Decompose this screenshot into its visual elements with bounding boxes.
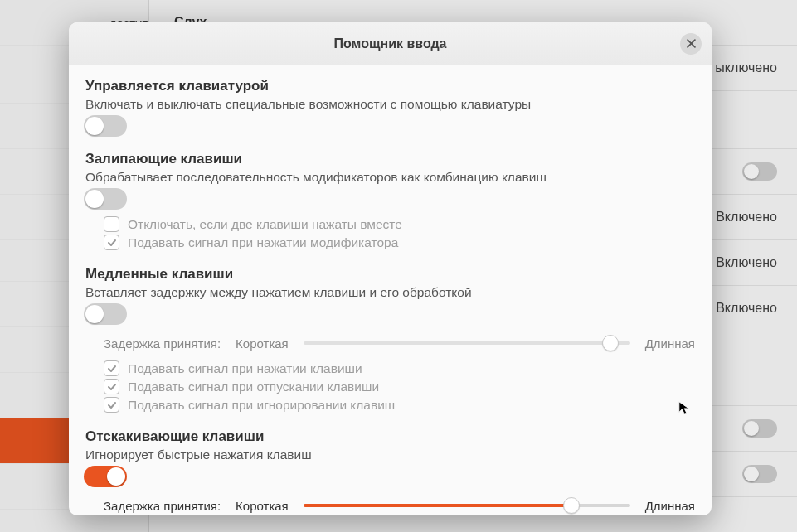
dialog-titlebar: Помощник ввода xyxy=(69,22,712,65)
checkbox-label: Подавать сигнал при нажатии модификатора xyxy=(128,235,398,250)
dialog-content: Управляется клавиатурой Включать и выклю… xyxy=(69,65,712,515)
checkbox-beep-reject[interactable] xyxy=(104,397,119,413)
checkbox-beep-press[interactable] xyxy=(104,360,119,376)
section-title: Залипающие клавиши xyxy=(85,150,637,168)
section-desc: Включать и выключать специальные возможн… xyxy=(85,96,637,114)
dialog-title: Помощник ввода xyxy=(334,36,447,51)
section-title: Медленные клавиши xyxy=(85,265,637,283)
checkbox-label: Подавать сигнал при нажатии клавиши xyxy=(128,361,362,376)
checkbox-label: Отключать, если две клавиши нажаты вмест… xyxy=(128,217,402,232)
section-title: Отскакивающие клавиши xyxy=(85,428,637,446)
slider-label: Задержка принятия: xyxy=(104,499,221,513)
section-desc: Игнорирует быстрые нажатия клавиш xyxy=(85,447,637,464)
section-desc: Обрабатывает последовательность модифика… xyxy=(85,169,637,186)
bounce-keys-delay-slider[interactable] xyxy=(304,497,630,514)
checkbox-beep-release[interactable] xyxy=(104,379,119,394)
checkbox-disable-two-keys[interactable] xyxy=(104,216,119,232)
checkbox-beep-modifier[interactable] xyxy=(104,235,119,250)
slider-label: Задержка принятия: xyxy=(104,336,221,351)
bounce-keys-switch[interactable] xyxy=(84,466,127,487)
section-slow-keys: Медленные клавиши Вставляет задержку меж… xyxy=(85,265,695,413)
slow-keys-switch[interactable] xyxy=(84,303,127,325)
slider-max-label: Длинная xyxy=(645,336,695,351)
section-desc: Вставляет задержку между нажатием клавиш… xyxy=(85,284,637,302)
section-sticky-keys: Залипающие клавиши Обрабатывает последов… xyxy=(85,150,695,250)
slider-max-label: Длинная xyxy=(645,499,695,513)
slider-min-label: Короткая xyxy=(236,336,289,351)
sticky-keys-switch[interactable] xyxy=(84,188,127,210)
typing-assist-dialog: Помощник ввода Управляется клавиатурой В… xyxy=(69,22,712,515)
checkbox-label: Подавать сигнал при отпускании клавиши xyxy=(128,380,379,394)
checkbox-label: Подавать сигнал при игнорировании клавиш xyxy=(128,398,395,413)
slow-keys-delay-slider[interactable] xyxy=(304,335,630,351)
keyboard-control-switch[interactable] xyxy=(84,115,127,137)
section-keyboard-control: Управляется клавиатурой Включать и выклю… xyxy=(85,77,695,135)
close-button[interactable] xyxy=(680,33,702,55)
close-icon xyxy=(687,39,696,48)
slider-min-label: Короткая xyxy=(236,499,289,513)
section-title: Управляется клавиатурой xyxy=(85,77,637,95)
section-bounce-keys: Отскакивающие клавиши Игнорирует быстрые… xyxy=(85,428,695,515)
